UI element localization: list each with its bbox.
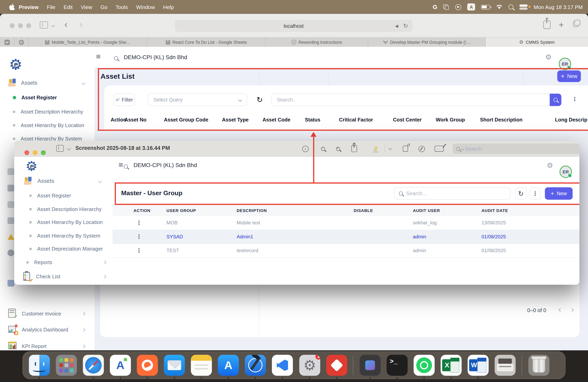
col-audit-user[interactable]: AUDIT USER	[413, 208, 440, 213]
row-actions-icon[interactable]: ⋮	[136, 233, 142, 240]
markup-icon[interactable]	[417, 145, 426, 153]
whatsapp-icon[interactable]	[414, 355, 435, 376]
terminal-icon[interactable]: >_	[387, 355, 408, 376]
highlight-chevron-icon[interactable]	[388, 146, 392, 150]
menu-help[interactable]: Help	[159, 4, 178, 10]
sidebar-toggle-icon[interactable]	[40, 21, 48, 29]
sidebar-item-asset-description-hierarchy[interactable]: Asset Description Hierarchy	[0, 106, 95, 117]
printer-icon[interactable]	[495, 355, 516, 376]
sidebar-item-asset-hierarchy-location[interactable]: Asset Hierarchy By Location	[0, 119, 95, 131]
postman-icon[interactable]	[137, 355, 158, 376]
row-actions-icon[interactable]: ⋮	[136, 220, 142, 226]
col-action[interactable]: Action	[111, 117, 126, 122]
grammarly-icon[interactable]: G	[433, 4, 437, 10]
pinned-tab-1[interactable]: W	[0, 38, 14, 47]
tab-sheets-2[interactable]: React Core To Do List - Google Sheets	[147, 38, 266, 47]
sidebar-group-assets[interactable]: Assets	[0, 77, 95, 88]
inner-item-asset-register[interactable]: Asset Register	[14, 190, 112, 201]
close-button[interactable]	[24, 150, 29, 155]
close-button[interactable]	[10, 23, 15, 28]
pinned-tab-2[interactable]: ✆	[14, 38, 28, 47]
hamburger-icon[interactable]: ≡	[96, 52, 101, 61]
share-icon[interactable]	[350, 145, 358, 153]
menu-go[interactable]: Go	[96, 4, 111, 10]
spotlight-icon[interactable]	[509, 5, 513, 9]
trash-icon[interactable]	[528, 355, 549, 376]
master-new-button[interactable]: +New	[545, 187, 573, 200]
tab-overview-icon[interactable]	[573, 21, 579, 27]
company-search-icon[interactable]	[114, 56, 118, 60]
highlight-icon[interactable]	[372, 145, 380, 153]
wifi-icon[interactable]	[496, 5, 503, 9]
search-button[interactable]	[550, 94, 561, 106]
text-annotation-icon[interactable]: ···	[434, 145, 444, 153]
inner-item-asset-depreciation-manager[interactable]: Asset Depreciation Manager	[14, 243, 112, 254]
share-icon[interactable]	[543, 20, 551, 29]
minimize-button[interactable]	[18, 23, 23, 28]
menu-tools[interactable]: Tools	[112, 4, 132, 10]
mail-icon[interactable]	[164, 355, 185, 376]
col-action[interactable]: ACTION	[134, 208, 151, 213]
user-avatar[interactable]: ER	[559, 58, 571, 70]
inner-hamburger-icon[interactable]: ≡	[119, 160, 123, 170]
next-page-icon[interactable]: ›	[571, 305, 574, 314]
preview-search-input[interactable]	[465, 146, 577, 152]
table-row[interactable]: ⋮ TEST testrecord admin 01/08/2025	[113, 244, 579, 258]
forward-button[interactable]: ›	[80, 19, 83, 30]
col-disable[interactable]: DISABLE	[354, 208, 373, 213]
col-user-group[interactable]: USER GROUP	[167, 208, 196, 213]
sidebar-item-analytics-dashboard[interactable]: Analytics Dashboard	[0, 323, 95, 336]
inner-settings-gear-icon[interactable]: ⚙	[547, 161, 553, 169]
tab-chatgpt[interactable]: ✳Rewording instructions	[266, 38, 368, 47]
word-icon[interactable]: W	[468, 355, 489, 376]
back-button[interactable]: ‹	[64, 19, 68, 30]
minimize-button[interactable]	[33, 150, 37, 155]
col-asset-no[interactable]: Asset No	[125, 117, 147, 122]
sidebar-item-customer-invoice[interactable]: ✓ Customer Invoice	[0, 307, 95, 321]
inner-item-check-list[interactable]: Check List	[14, 271, 112, 282]
inner-item-reports[interactable]: Reports	[14, 257, 112, 268]
col-cost-center[interactable]: Cost Center	[393, 117, 421, 122]
reload-icon[interactable]: ↻	[403, 22, 408, 29]
master-search-field[interactable]	[394, 187, 510, 200]
col-asset-type[interactable]: Asset Type	[222, 117, 249, 122]
search-input[interactable]	[277, 97, 544, 103]
col-asset-group-code[interactable]: Asset Group Code	[164, 117, 208, 122]
app-logo[interactable]: ⚙ e	[9, 56, 26, 73]
safari-icon[interactable]	[83, 355, 104, 376]
vscode-icon[interactable]	[272, 355, 293, 376]
master-search-input[interactable]	[406, 191, 505, 196]
battery-icon[interactable]	[481, 5, 490, 9]
play-icon[interactable]: ▶	[455, 4, 462, 10]
android-studio-icon[interactable]: A	[110, 355, 131, 376]
preview-search-field[interactable]	[453, 143, 579, 154]
dark-app-icon[interactable]	[360, 355, 381, 376]
sidebar-toggle-icon[interactable]	[56, 145, 64, 152]
finder-icon[interactable]	[29, 355, 50, 376]
tab-sheets-1[interactable]: Mobile_Todo_List_Points - Google She…	[29, 38, 147, 47]
new-button[interactable]: +New	[557, 71, 581, 82]
app-store-icon[interactable]: A	[218, 355, 239, 376]
screen-mirroring-icon[interactable]	[443, 4, 449, 10]
tab-cmms-active[interactable]: ⚙CMMS System	[486, 38, 588, 47]
inner-sidebar-group-assets[interactable]: Assets	[14, 175, 112, 187]
prev-page-icon[interactable]: ‹	[558, 305, 561, 314]
col-status[interactable]: Status	[305, 117, 320, 122]
inner-item-asset-hierarchy-location[interactable]: Asset Hierarchy By Location	[14, 217, 112, 228]
inner-company-search-icon[interactable]	[124, 164, 128, 169]
master-more-options-icon[interactable]: ⋮	[530, 187, 541, 200]
control-center-icon[interactable]	[519, 4, 528, 10]
sidebar-chevron-icon[interactable]	[51, 23, 55, 27]
inner-user-avatar[interactable]: ER	[560, 166, 572, 178]
col-audit-date[interactable]: AUDIT DATE	[482, 208, 508, 213]
col-description[interactable]: DESCRIPTION	[237, 208, 267, 213]
excel-icon[interactable]: X	[441, 355, 462, 376]
apple-menu-icon[interactable]	[9, 4, 15, 10]
menu-edit[interactable]: Edit	[59, 4, 77, 10]
system-settings-icon[interactable]: ⚙1	[299, 355, 320, 376]
sidebar-item-kpi-report[interactable]: KPI Report	[0, 340, 95, 350]
table-row[interactable]: ⋮ MOB Mobile test sekhar_log 13/08/2025	[113, 216, 579, 230]
col-asset-code[interactable]: Asset Code	[263, 117, 290, 122]
menu-app-name[interactable]: Preview	[15, 4, 43, 10]
menu-window[interactable]: Window	[132, 4, 159, 10]
